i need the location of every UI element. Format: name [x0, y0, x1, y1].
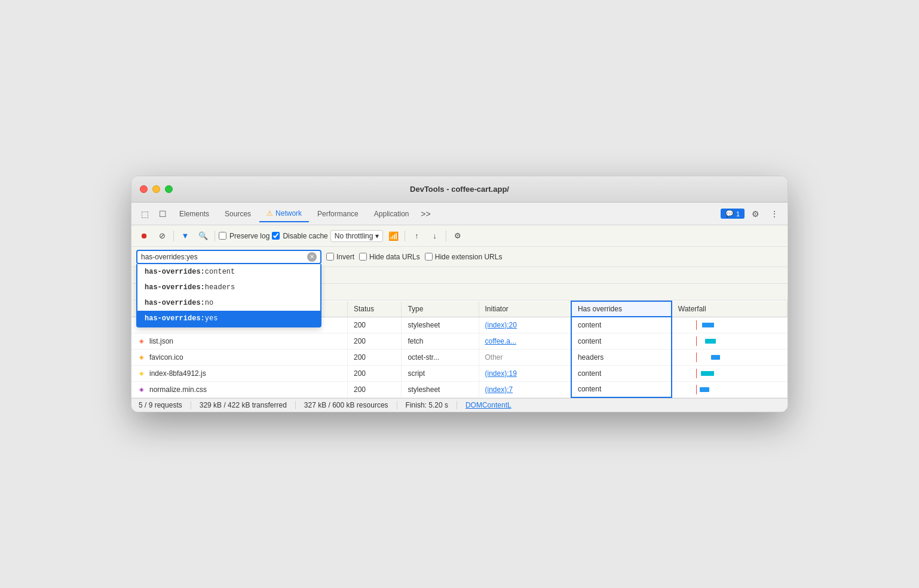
col-status[interactable]: Status: [348, 301, 402, 317]
network-toolbar: ⏺ ⊘ ▼ 🔍 Preserve log Disable cache No th…: [131, 225, 788, 247]
preserve-log-checkbox[interactable]: [219, 232, 226, 240]
preserve-log-text: Preserve log: [229, 232, 269, 240]
waterfall-line: [696, 369, 697, 378]
dropdown-key-3: has-overrides:: [145, 299, 205, 307]
col-type[interactable]: Type: [402, 301, 479, 317]
hide-data-urls-label[interactable]: Hide data URLs: [359, 253, 420, 261]
initiator-link[interactable]: (index):20: [485, 321, 517, 329]
initiator-link[interactable]: (index):19: [485, 369, 517, 378]
close-button[interactable]: [140, 185, 148, 193]
waterfall-line: [696, 353, 697, 362]
disable-cache-checkbox[interactable]: [272, 232, 280, 240]
table-row[interactable]: ◈ normalize.min.css 200stylesheet(index)…: [131, 381, 788, 397]
col-has-overrides[interactable]: Has overrides: [571, 301, 672, 317]
dropdown-key-2: has-overrides:: [145, 283, 205, 292]
cell-waterfall: [672, 317, 788, 333]
search-box-wrapper: ✕ has-overrides:content has-overrides:he…: [136, 250, 321, 264]
transferred-size: 329 kB / 422 kB transferred: [191, 401, 296, 409]
minimize-button[interactable]: [152, 185, 160, 193]
disable-cache-text: Disable cache: [283, 232, 327, 240]
invert-label: Invert: [336, 253, 354, 261]
network-conditions-btn[interactable]: 📶: [385, 228, 401, 244]
hide-extension-urls-checkbox[interactable]: [425, 253, 433, 261]
cell-has-overrides: headers: [571, 349, 672, 365]
title-bar: DevTools - coffee-cart.app/: [131, 176, 788, 203]
initiator-link[interactable]: (index):7: [485, 385, 513, 394]
search-btn[interactable]: 🔍: [195, 228, 211, 244]
file-icon: ◈: [137, 353, 146, 362]
cell-initiator[interactable]: (index):19: [479, 365, 571, 381]
tab-elements-label: Elements: [179, 210, 209, 218]
import-har-btn[interactable]: ↑: [409, 228, 424, 244]
cell-initiator[interactable]: (index):20: [479, 317, 571, 333]
waterfall-bar: [702, 323, 714, 327]
dropdown-item-content[interactable]: has-overrides:content: [137, 264, 320, 280]
cell-status: 200: [348, 333, 402, 349]
waterfall-bar: [705, 339, 716, 344]
device-icon-btn[interactable]: ☐: [154, 206, 171, 222]
filter-bar: ✕ has-overrides:content has-overrides:he…: [131, 247, 788, 267]
tab-application[interactable]: Application: [367, 206, 416, 222]
requests-count: 5 / 9 requests: [139, 401, 191, 409]
maximize-button[interactable]: [165, 185, 173, 193]
console-badge[interactable]: 💬 1: [721, 209, 745, 219]
export-har-btn[interactable]: ↓: [427, 228, 442, 244]
dom-content-link[interactable]: DOMContentL: [457, 401, 511, 409]
waterfall-line: [696, 336, 697, 346]
more-options-btn[interactable]: ⋮: [766, 206, 783, 222]
filter-dropdown: has-overrides:content has-overrides:head…: [136, 264, 321, 327]
network-settings-btn[interactable]: ⚙: [450, 228, 465, 244]
search-clear-btn[interactable]: ✕: [307, 252, 317, 262]
cell-has-overrides: content: [571, 381, 672, 397]
cell-status: 200: [348, 317, 402, 333]
hide-data-urls-checkbox[interactable]: [359, 253, 367, 261]
col-waterfall[interactable]: Waterfall: [672, 301, 788, 317]
invert-check-label[interactable]: Invert: [326, 253, 354, 261]
cell-status: 200: [348, 349, 402, 365]
more-tabs-btn[interactable]: >>: [418, 206, 434, 222]
hide-extension-urls-text: Hide extension URLs: [435, 253, 503, 261]
warning-icon: ⚠: [266, 209, 273, 218]
throttle-select[interactable]: No throttling ▾: [330, 230, 384, 242]
waterfall-container: [678, 320, 750, 330]
col-initiator[interactable]: Initiator: [479, 301, 571, 317]
dropdown-item-no[interactable]: has-overrides:no: [137, 295, 320, 311]
preserve-log-label[interactable]: Preserve log: [219, 232, 269, 240]
filter-btn[interactable]: ▼: [177, 228, 193, 244]
dropdown-item-yes[interactable]: has-overrides:yes: [137, 311, 320, 326]
stop-recording-btn[interactable]: ⏺: [136, 228, 152, 244]
tab-performance[interactable]: Performance: [310, 206, 366, 222]
tab-application-label: Application: [374, 210, 409, 218]
cell-initiator[interactable]: coffee.a...: [479, 333, 571, 349]
tab-network[interactable]: ⚠ Network: [259, 206, 309, 222]
tab-sources[interactable]: Sources: [218, 206, 258, 222]
tab-elements[interactable]: Elements: [172, 206, 216, 222]
file-icon: ◈: [137, 385, 146, 394]
settings-icon-btn[interactable]: ⚙: [747, 206, 764, 222]
waterfall-container: [678, 369, 750, 378]
file-name-text: list.json: [149, 337, 173, 345]
dropdown-item-headers[interactable]: has-overrides:headers: [137, 280, 320, 295]
initiator-link[interactable]: coffee.a...: [485, 337, 516, 345]
file-name-text: normalize.min.css: [149, 385, 207, 394]
cell-has-overrides: content: [571, 317, 672, 333]
table-row[interactable]: ◈ favicon.ico 200octet-str...Otherheader…: [131, 349, 788, 365]
table-row[interactable]: ◈ index-8bfa4912.js 200script(index):19c…: [131, 365, 788, 381]
waterfall-bar: [701, 371, 714, 376]
hide-extension-urls-label[interactable]: Hide extension URLs: [425, 253, 503, 261]
cell-type: fetch: [402, 333, 479, 349]
hide-data-urls-text: Hide data URLs: [369, 253, 420, 261]
invert-checkbox[interactable]: [326, 253, 334, 261]
disable-cache-label[interactable]: Disable cache: [272, 232, 327, 240]
clear-btn[interactable]: ⊘: [154, 228, 170, 244]
badge-count: 1: [736, 210, 740, 218]
waterfall-bar: [711, 355, 720, 360]
table-row[interactable]: ◈ list.json 200fetchcoffee.a...content: [131, 333, 788, 349]
traffic-lights: [140, 185, 173, 193]
table-body: ◈ index-b859522e.css 200stylesheet(index…: [131, 317, 788, 397]
cell-initiator[interactable]: (index):7: [479, 381, 571, 397]
inspector-icon-btn[interactable]: ⬚: [136, 206, 153, 222]
dropdown-value-4: yes: [205, 314, 218, 323]
filter-input[interactable]: [141, 253, 307, 261]
finish-time: Finish: 5.20 s: [397, 401, 457, 409]
